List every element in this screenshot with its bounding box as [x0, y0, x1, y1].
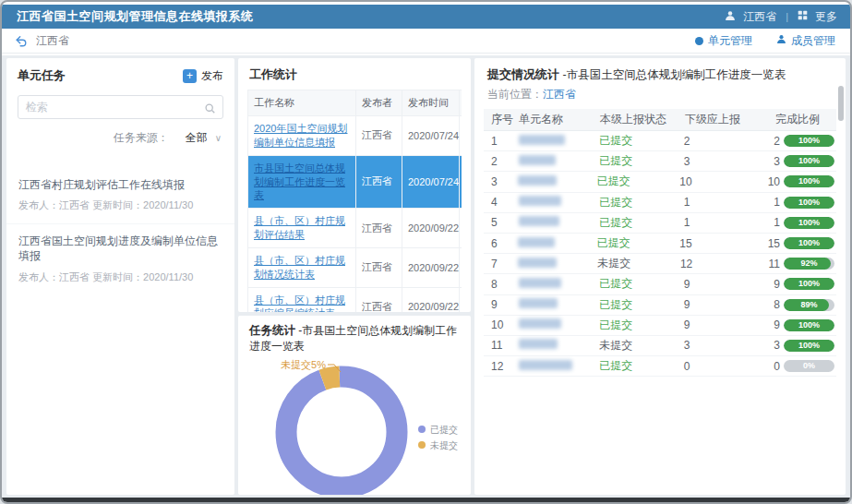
done-count: 11: [769, 258, 780, 270]
work-table-row[interactable]: 县（市、区）村庄规划评估结果江西省2020/09/22: [247, 209, 462, 248]
location-link[interactable]: 江西省: [543, 88, 576, 101]
done-count: 2: [774, 135, 780, 148]
search-input[interactable]: 检索: [18, 95, 223, 119]
submission-table-row[interactable]: 7未提交121192%: [484, 254, 836, 274]
apps-grid-icon: [798, 10, 808, 23]
completion-pill: 100%: [784, 319, 834, 331]
completion-percent: 100%: [784, 319, 834, 331]
sub-due-count: 12: [680, 258, 769, 270]
submission-table-row[interactable]: 8已提交99100%: [484, 274, 836, 294]
submission-table-row[interactable]: 5已提交11100%: [484, 213, 836, 234]
submission-title-rest: -市县国土空间总体规划编制工作进度一览表: [559, 68, 786, 81]
task-meta: 发布人：江西省 更新时间：2020/11/30: [18, 198, 222, 212]
submission-table-row[interactable]: 2已提交33100%: [484, 151, 836, 172]
unit-icon: [695, 37, 703, 45]
task-meta: 发布人：江西省 更新时间：2020/11/30: [18, 270, 222, 284]
unit-index: 12: [484, 360, 519, 373]
work-table: 工作名称 发布者 发布时间 2020年国土空间规划编制单位信息填报江西省2020…: [247, 90, 462, 312]
work-name-link[interactable]: 县（市、区）村庄规划评估结果: [254, 214, 350, 242]
work-name-link[interactable]: 2020年国土空间规划编制单位信息填报: [254, 122, 350, 150]
submission-table-row[interactable]: 11未提交33100%: [484, 336, 836, 356]
done-count: 1: [774, 196, 780, 209]
sub-due-count: 15: [679, 237, 767, 250]
donut-label-unsubmitted: 未提交5%: [281, 359, 326, 370]
work-publisher: 江西省: [362, 300, 392, 312]
completion-percent: 100%: [784, 155, 834, 167]
col-report-status: 本级上报状态: [600, 112, 685, 127]
work-table-row[interactable]: 县（市、区）村庄规划情况统计表江西省2020/09/22: [247, 248, 462, 288]
nav-bar: 江西省 单元管理 成员管理: [2, 29, 850, 54]
search-icon: [204, 102, 216, 118]
current-user[interactable]: 江西省: [743, 9, 776, 25]
done-count: 1: [774, 216, 780, 229]
more-menu[interactable]: 更多: [815, 9, 837, 25]
member-management-label: 成员管理: [791, 33, 835, 49]
completion-pill: 100%: [784, 175, 834, 187]
report-status: 已提交: [599, 215, 684, 231]
work-table-row[interactable]: 2020年国土空间规划编制单位信息填报江西省2020/07/24: [247, 116, 462, 156]
submission-table-row[interactable]: 1已提交22100%: [484, 131, 836, 151]
member-icon: [776, 34, 786, 47]
task-source-select[interactable]: 全部: [186, 130, 208, 146]
submission-table-row[interactable]: 9已提交9889%: [484, 295, 836, 316]
task-list-item[interactable]: 江西省村庄规划评估工作在线填报发布人：江西省 更新时间：2020/11/30: [6, 168, 234, 223]
app-window: 江西省国土空间规划管理信息在线填报系统 江西省 | 更多 江西省 单元管理: [0, 0, 852, 504]
completion-pill: 100%: [784, 135, 834, 147]
scrollbar-thumb[interactable]: [838, 86, 844, 121]
completion-percent: 92%: [784, 258, 834, 270]
unit-name-redacted: [518, 237, 555, 247]
publish-button[interactable]: + 发布: [183, 68, 223, 84]
unit-index: 2: [484, 155, 519, 168]
unit-name-redacted: [519, 298, 558, 308]
publish-label: 发布: [201, 68, 223, 84]
sub-due-count: 9: [684, 278, 774, 291]
sub-due-count: 1: [684, 196, 774, 209]
panel-title-unit-tasks: 单元任务: [18, 67, 66, 84]
unit-task-panel: 单元任务 + 发布 检索 任务来源： 全部 ∨ 江西省村庄规划评估工作在线填报发…: [6, 58, 234, 495]
done-count: 9: [774, 278, 780, 291]
work-publisher: 江西省: [362, 260, 392, 274]
work-publisher: 江西省: [362, 128, 392, 142]
unit-index: 8: [484, 278, 519, 291]
report-status: 已提交: [599, 195, 684, 210]
work-table-row[interactable]: 县（市、区）村庄规划应编尽编统计表江西省2020/09/22: [247, 288, 462, 312]
submission-table-row[interactable]: 12已提交000%: [484, 356, 836, 377]
completion-percent: 100%: [784, 197, 834, 209]
unit-index: 11: [484, 339, 519, 352]
sub-due-count: 0: [684, 360, 774, 373]
back-icon[interactable]: [15, 35, 28, 47]
breadcrumb[interactable]: 江西省: [36, 33, 69, 49]
completion-pill: 100%: [784, 278, 834, 290]
done-count: 15: [768, 237, 780, 250]
col-completion: 完成比例: [775, 112, 836, 127]
task-list-item[interactable]: 江西省国土空间规划进度及编制单位信息填报发布人：江西省 更新时间：2020/11…: [6, 223, 234, 294]
submission-table-row[interactable]: 6已提交1515100%: [484, 234, 836, 254]
task-donut-chart: 未提交5% 已提交95% 已提交 未提交: [238, 356, 470, 495]
work-name-link[interactable]: 县（市、区）村庄规划情况统计表: [254, 254, 350, 282]
completion-percent: 100%: [784, 135, 834, 147]
member-management-button[interactable]: 成员管理: [776, 33, 835, 49]
done-count: 10: [768, 175, 780, 188]
done-count: 3: [774, 339, 780, 352]
submission-table-row[interactable]: 4已提交11100%: [484, 193, 836, 213]
work-name-link[interactable]: 县（市、区）村庄规划应编尽编统计表: [254, 294, 350, 312]
col-work-name: 工作名称: [247, 90, 356, 115]
unit-name-redacted: [519, 135, 565, 145]
submission-title-bold: 提交情况统计: [487, 67, 559, 81]
work-table-row[interactable]: 市县国土空间总体规划编制工作进度一览表江西省2020/07/24: [247, 156, 462, 210]
col-publisher: 发布者: [356, 90, 402, 115]
done-count: 3: [774, 155, 780, 168]
work-stats-panel: 工作统计 工作名称 发布者 发布时间 2020年国土空间规划编制单位信息填报江西…: [238, 58, 471, 312]
work-name-link[interactable]: 市县国土空间总体规划编制工作进度一览表: [254, 162, 350, 203]
divider: |: [786, 11, 788, 22]
submission-table-row[interactable]: 3已提交1010100%: [484, 172, 836, 192]
sub-due-count: 2: [684, 135, 774, 148]
unit-name-redacted: [519, 318, 561, 329]
panel-title-work-stats: 工作统计: [238, 58, 471, 90]
task-title: 江西省村庄规划评估工作在线填报: [18, 177, 222, 192]
work-publish-date: 2020/09/22: [408, 262, 459, 273]
completion-percent: 100%: [784, 175, 834, 187]
unit-management-button[interactable]: 单元管理: [695, 33, 752, 49]
completion-pill: 100%: [784, 217, 834, 229]
submission-table-row[interactable]: 10已提交99100%: [484, 316, 836, 336]
